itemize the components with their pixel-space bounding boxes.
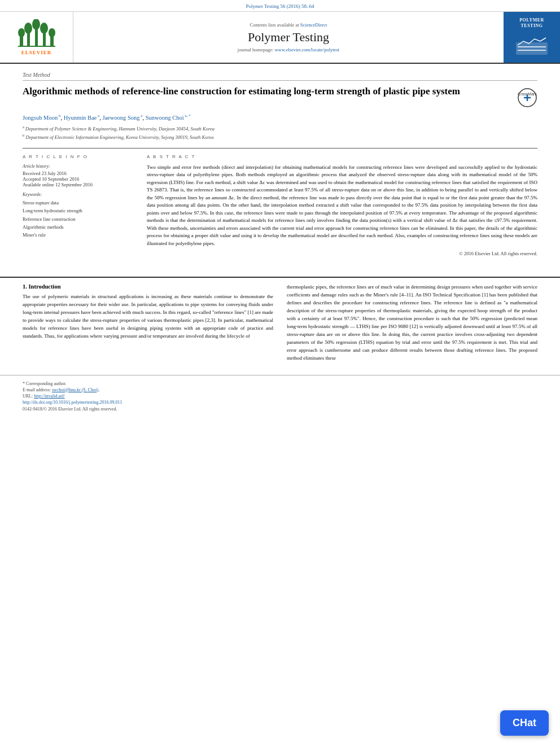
title-section: Algorithmic methods of reference-line co… [23, 85, 537, 109]
received-date: Received 23 July 2016 [23, 171, 135, 176]
svg-point-1 [18, 28, 25, 37]
available-date: Available online 12 September 2016 [23, 182, 135, 187]
author-sunwoong: Sunwoong Choi [146, 115, 184, 121]
journal-title: Polymer Testing [248, 30, 329, 45]
section-divider [0, 277, 560, 278]
elsevier-logo: ELSEVIER [17, 19, 56, 55]
history-label: Article history: [23, 164, 135, 169]
keyword-5: Miner's rule [23, 231, 135, 239]
email-link[interactable]: swchoi@hnu.kr (S. Choi), [52, 387, 99, 392]
page: Polymer Testing 56 (2016) 58–64 [0, 0, 560, 747]
journal-badge-section: POLYMER TESTING [504, 12, 560, 63]
author-jaewoong: Jaewoong Song [102, 115, 139, 121]
section-number: 1. [23, 283, 27, 290]
article-title: Algorithmic methods of reference-line co… [23, 85, 511, 98]
keywords-list: Stress-rupture data Long-term hydrostati… [23, 199, 135, 239]
doi-link[interactable]: http://dx.doi.org/10.1016/j.polymertesti… [23, 400, 537, 405]
journal-header: ELSEVIER Contents lists available at Sci… [0, 12, 560, 64]
body-col-left: 1. Introduction The use of polymeric mat… [23, 283, 273, 366]
keyword-3: Reference line construction [23, 215, 135, 223]
introduction-left-text: The use of polymeric materials in struct… [23, 293, 273, 340]
svg-point-7 [40, 23, 48, 34]
body-content: 1. Introduction The use of polymeric mat… [0, 283, 560, 366]
article-type: Test Method [23, 72, 537, 81]
svg-rect-8 [50, 36, 54, 46]
svg-point-9 [49, 28, 55, 37]
footer: * Corresponding author. E-mail address: … [0, 375, 560, 415]
crossmark-icon: CrossMark [517, 88, 537, 108]
journal-header-center: Contents lists available at ScienceDirec… [73, 12, 504, 63]
article-history: Article history: Received 23 July 2016 A… [23, 164, 135, 187]
affiliations: a Department of Polymer Science & Engine… [23, 124, 537, 141]
article-info-abstract: A R T I C L E I N F O Article history: R… [23, 148, 537, 257]
abstract-text: Two simple and error free methods (direc… [147, 164, 537, 248]
author-hyunmin: Hyunmin Bae [64, 115, 97, 121]
affiliation-a: a Department of Polymer Science & Engine… [23, 124, 537, 133]
crossmark-section: CrossMark [517, 88, 537, 109]
affiliation-b: b Department of Electronic Information E… [23, 133, 537, 141]
author-jongsub: Jongsub Moon [23, 115, 58, 121]
url-label: URL: [23, 394, 33, 399]
url-line: URL: http://invalid.url/ [23, 394, 537, 399]
keyword-2: Long-term hydrostatic strength [23, 207, 135, 215]
elsevier-logo-section: ELSEVIER [0, 12, 73, 63]
keyword-1: Stress-rupture data [23, 199, 135, 207]
elsevier-tree-icon [17, 19, 56, 49]
accepted-date: Accepted 10 September 2016 [23, 176, 135, 182]
footer-copyright: 0142-9418/© 2016 Elsevier Ltd. All right… [23, 407, 537, 412]
keyword-4: Algorithmic methods [23, 223, 135, 231]
journal-citation: Polymer Testing 56 (2016) 58–64 [246, 3, 314, 9]
svg-point-5 [32, 19, 40, 30]
main-content: Test Method Algorithmic methods of refer… [0, 64, 560, 271]
journal-homepage: journal homepage: www.elsevier.com/locat… [238, 47, 339, 53]
article-info-heading: A R T I C L E I N F O [23, 154, 135, 159]
badge-title: POLYMER TESTING [515, 18, 549, 28]
svg-point-3 [24, 23, 32, 34]
svg-rect-0 [20, 36, 23, 46]
article-info-column: A R T I C L E I N F O Article history: R… [23, 154, 135, 257]
copyright-line: © 2016 Elsevier Ltd. All rights reserved… [147, 251, 537, 256]
email-line: E-mail address: swchoi@hnu.kr (S. Choi), [23, 387, 537, 392]
top-banner: Polymer Testing 56 (2016) 58–64 [0, 0, 560, 12]
abstract-column: A B S T R A C T Two simple and error fre… [147, 154, 537, 257]
svg-rect-10 [18, 46, 55, 47]
badge-graphic-icon [515, 31, 549, 56]
svg-rect-4 [35, 28, 38, 46]
body-col-right: thermoplastic pipes, the reference lines… [287, 283, 537, 366]
svg-rect-11 [516, 42, 548, 55]
section-title-text: Introduction [29, 283, 61, 290]
polymer-testing-badge: POLYMER TESTING [515, 18, 549, 56]
corresponding-note: * Corresponding author. [23, 381, 537, 386]
sciencedirect-link[interactable]: ScienceDirect [300, 22, 327, 28]
keywords-label: Keywords: [23, 192, 135, 197]
keywords-section: Keywords: Stress-rupture data Long-term … [23, 192, 135, 239]
introduction-right-text: thermoplastic pipes, the reference lines… [287, 283, 537, 362]
authors-line: Jongsub Moon b, Hyunmin Bae a, Jaewoong … [23, 113, 537, 121]
abstract-heading: A B S T R A C T [147, 154, 537, 159]
elsevier-text: ELSEVIER [21, 50, 52, 55]
contents-available: Contents lists available at ScienceDirec… [250, 22, 327, 28]
homepage-link[interactable]: www.elsevier.com/locate/polytest [274, 47, 339, 53]
chat-button[interactable]: CHat [500, 710, 549, 736]
introduction-heading: 1. Introduction [23, 283, 273, 290]
email-label: E-mail address: [23, 387, 51, 392]
url-link[interactable]: http://invalid.url/ [34, 394, 64, 399]
